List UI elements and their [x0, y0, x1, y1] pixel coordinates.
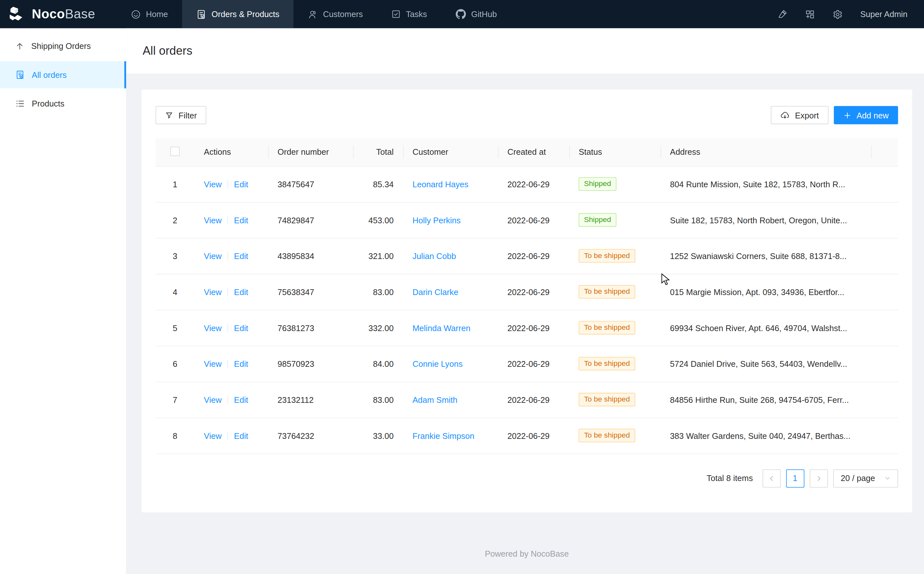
add-new-label: Add new [856, 110, 889, 120]
status-cell: To be shipped [569, 310, 661, 346]
extra-cell [871, 202, 898, 238]
tab-customers[interactable]: Customers [294, 0, 377, 28]
created-at-cell: 2022-06-29 [498, 274, 569, 310]
table-row[interactable]: 7 ViewEdit 23132112 83.00 Adam Smith 202… [155, 382, 898, 418]
customer-link[interactable]: Julian Cobb [412, 251, 456, 261]
page-title: All orders [143, 44, 193, 58]
view-link[interactable]: View [204, 359, 221, 368]
row-index-cell: 6 [155, 345, 194, 382]
page-number-button[interactable]: 1 [786, 469, 804, 487]
view-link[interactable]: View [204, 179, 221, 189]
edit-link[interactable]: Edit [234, 431, 248, 440]
actions-cell: ViewEdit [194, 382, 268, 418]
settings-gear-icon[interactable] [832, 9, 843, 19]
customer-cell: Melinda Warren [403, 310, 498, 346]
prev-page-button[interactable] [762, 469, 781, 487]
edit-link[interactable]: Edit [234, 215, 248, 225]
arrow-up-icon [16, 41, 24, 50]
table-row[interactable]: 3 ViewEdit 43895834 321.00 Julian Cobb 2… [155, 238, 898, 274]
edit-link[interactable]: Edit [234, 179, 248, 189]
status-badge: Shipped [578, 177, 616, 191]
tasks-icon [391, 9, 401, 19]
table-row[interactable]: 5 ViewEdit 76381273 332.00 Melinda Warre… [155, 310, 898, 346]
app-window: NocoBase Home [0, 0, 924, 574]
add-new-button[interactable]: Add new [834, 106, 898, 124]
address-cell: 84856 Hirthe Run, Suite 268, 94754-6705,… [661, 382, 871, 418]
tab-github[interactable]: GitHub [441, 0, 511, 28]
table-row[interactable]: 2 ViewEdit 74829847 453.00 Holly Perkins… [155, 202, 898, 238]
tab-tasks[interactable]: Tasks [377, 0, 441, 28]
row-index-cell: 4 [155, 274, 194, 310]
github-icon [455, 9, 466, 19]
orders-doc-icon [16, 70, 25, 79]
customer-link[interactable]: Adam Smith [412, 395, 458, 404]
edit-link[interactable]: Edit [234, 287, 248, 296]
column-header-actions: Actions [194, 138, 268, 166]
customer-link[interactable]: Melinda Warren [412, 323, 471, 333]
export-label: Export [795, 110, 819, 120]
highlighter-icon[interactable] [777, 9, 787, 19]
created-at-cell: 2022-06-29 [498, 238, 569, 274]
table-row[interactable]: 6 ViewEdit 98570923 84.00 Connie Lyons 2… [155, 345, 898, 382]
edit-link[interactable]: Edit [234, 359, 248, 368]
customer-cell: Julian Cobb [403, 238, 498, 274]
customer-link[interactable]: Leonard Hayes [412, 179, 468, 189]
table-row[interactable]: 4 ViewEdit 75638347 83.00 Darin Clarke 2… [155, 274, 898, 310]
mouse-cursor [661, 273, 671, 286]
next-page-button[interactable] [809, 469, 828, 487]
sidebar-item-products[interactable]: Products [0, 90, 126, 117]
address-cell: 69934 Schoen River, Apt. 646, 49704, Wal… [661, 310, 871, 346]
view-link[interactable]: View [204, 431, 221, 440]
edit-link[interactable]: Edit [234, 323, 248, 333]
created-at-cell: 2022-06-29 [498, 382, 569, 418]
customer-link[interactable]: Connie Lyons [412, 359, 463, 368]
customer-cell: Connie Lyons [403, 345, 498, 382]
status-badge: To be shipped [578, 321, 635, 334]
customer-link[interactable]: Frankie Simpson [412, 431, 474, 440]
action-divider [227, 360, 228, 368]
customers-icon [308, 9, 318, 19]
row-index: 3 [172, 251, 177, 261]
page-header: All orders [126, 28, 924, 74]
page-size-select[interactable]: 20 / page [833, 469, 898, 487]
action-divider [227, 324, 228, 332]
created-at-cell: 2022-06-29 [498, 345, 569, 382]
created-at-cell: 2022-06-29 [498, 310, 569, 346]
order-number-cell: 75638347 [268, 274, 353, 310]
view-link[interactable]: View [204, 215, 221, 225]
table-row[interactable]: 1 ViewEdit 38475647 85.34 Leonard Hayes … [155, 166, 898, 202]
status-badge: To be shipped [578, 249, 635, 263]
view-link[interactable]: View [204, 323, 221, 333]
row-index-cell: 2 [155, 202, 194, 238]
table-row[interactable]: 8 ViewEdit 73764232 33.00 Frankie Simpso… [155, 418, 898, 454]
tab-label: Home [146, 9, 168, 19]
nocobase-brand[interactable]: NocoBase [0, 0, 108, 28]
edit-link[interactable]: Edit [234, 251, 248, 261]
edit-link[interactable]: Edit [234, 395, 248, 404]
tab-home[interactable]: Home [117, 0, 182, 28]
customer-link[interactable]: Darin Clarke [412, 287, 458, 296]
extra-cell [871, 345, 898, 382]
customer-link[interactable]: Holly Perkins [412, 215, 461, 225]
address-cell: 1252 Swaniawski Corners, Suite 688, 8137… [661, 238, 871, 274]
plugin-blocks-icon[interactable] [805, 9, 815, 19]
pagination-total: Total 8 items [707, 474, 753, 483]
total-cell: 321.00 [353, 238, 403, 274]
tab-orders-products[interactable]: Orders & Products [182, 0, 293, 28]
select-all-checkbox[interactable] [170, 147, 180, 156]
view-link[interactable]: View [204, 395, 221, 404]
sidebar-item-label: Shipping Orders [31, 41, 91, 50]
table-header-row: Actions Order number Total Customer Crea… [155, 138, 898, 166]
actions-cell: ViewEdit [194, 310, 268, 346]
export-button[interactable]: Export [771, 106, 828, 124]
sidebar-item-shipping-orders[interactable]: Shipping Orders [0, 33, 126, 60]
brand-name: NocoBase [32, 6, 95, 22]
top-navbar: NocoBase Home [0, 0, 924, 28]
action-divider [227, 288, 228, 296]
address-cell: 383 Walter Gardens, Suite 040, 24947, Be… [661, 418, 871, 454]
user-menu[interactable]: Super Admin [860, 9, 908, 19]
sidebar-item-all-orders[interactable]: All orders [0, 61, 126, 88]
filter-button[interactable]: Filter [155, 106, 206, 124]
view-link[interactable]: View [204, 251, 221, 261]
view-link[interactable]: View [204, 287, 221, 296]
